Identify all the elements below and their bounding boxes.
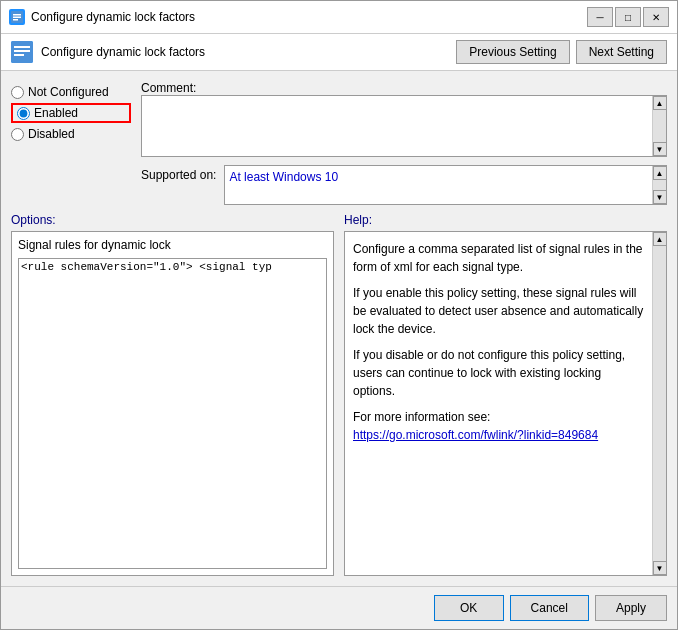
toolbar-buttons: Previous Setting Next Setting — [456, 40, 667, 64]
comment-input[interactable] — [142, 96, 652, 156]
disabled-radio[interactable] — [11, 128, 24, 141]
comment-scrollbar[interactable]: ▲ ▼ — [652, 96, 666, 156]
options-content: Signal rules for dynamic lock <rule sche… — [11, 231, 334, 576]
top-section: Not Configured Enabled Disabled Comment: — [11, 81, 667, 205]
svg-rect-3 — [13, 19, 18, 21]
window-icon — [9, 9, 25, 25]
options-textarea[interactable]: <rule schemaVersion="1.0"> <signal typ — [18, 258, 327, 569]
help-paragraph-2: If you enable this policy setting, these… — [353, 284, 644, 338]
supported-scroll-up[interactable]: ▲ — [653, 166, 667, 180]
toolbar: Configure dynamic lock factors Previous … — [1, 34, 677, 71]
bottom-buttons: OK Cancel Apply — [1, 586, 677, 629]
window-title: Configure dynamic lock factors — [31, 10, 581, 24]
minimize-button[interactable]: ─ — [587, 7, 613, 27]
maximize-button[interactable]: □ — [615, 7, 641, 27]
enabled-radio[interactable] — [17, 107, 30, 120]
not-configured-option[interactable]: Not Configured — [11, 85, 131, 99]
supported-scroll-down[interactable]: ▼ — [653, 190, 667, 204]
title-bar: Configure dynamic lock factors ─ □ ✕ — [1, 1, 677, 34]
close-button[interactable]: ✕ — [643, 7, 669, 27]
cancel-button[interactable]: Cancel — [510, 595, 589, 621]
disabled-option[interactable]: Disabled — [11, 127, 131, 141]
supported-label: Supported on: — [141, 165, 216, 182]
help-title: Help: — [344, 213, 667, 227]
help-paragraph-3: If you disable or do not configure this … — [353, 346, 644, 400]
help-scroll-down[interactable]: ▼ — [653, 561, 667, 575]
disabled-label: Disabled — [28, 127, 75, 141]
help-text-area: Configure a comma separated list of sign… — [345, 232, 652, 575]
help-scroll-track — [653, 246, 666, 561]
scroll-track — [653, 110, 666, 142]
toolbar-title: Configure dynamic lock factors — [41, 45, 448, 59]
help-scrollbar[interactable]: ▲ ▼ — [652, 232, 666, 575]
svg-rect-2 — [13, 17, 21, 19]
svg-rect-5 — [14, 46, 30, 48]
help-content: Configure a comma separated list of sign… — [344, 231, 667, 576]
previous-setting-button[interactable]: Previous Setting — [456, 40, 569, 64]
toolbar-icon — [11, 41, 33, 63]
svg-rect-1 — [13, 14, 21, 16]
scroll-down-arrow[interactable]: ▼ — [653, 142, 667, 156]
scroll-up-arrow[interactable]: ▲ — [653, 96, 667, 110]
options-title: Options: — [11, 213, 334, 227]
comment-box: ▲ ▼ — [141, 95, 667, 157]
help-paragraph-4: For more information see: https://go.mic… — [353, 408, 644, 444]
help-panel: Help: Configure a comma separated list o… — [344, 213, 667, 576]
supported-section: Supported on: At least Windows 10 ▲ ▼ — [141, 165, 667, 205]
supported-value: At least Windows 10 — [225, 166, 652, 204]
help-scroll-up[interactable]: ▲ — [653, 232, 667, 246]
options-help-section: Options: Signal rules for dynamic lock <… — [11, 213, 667, 576]
options-field-label: Signal rules for dynamic lock — [18, 238, 327, 252]
next-setting-button[interactable]: Next Setting — [576, 40, 667, 64]
comment-label: Comment: — [141, 81, 667, 95]
svg-rect-6 — [14, 50, 30, 52]
comment-section: Comment: ▲ ▼ — [141, 81, 667, 157]
not-configured-radio[interactable] — [11, 86, 24, 99]
main-window: Configure dynamic lock factors ─ □ ✕ Con… — [0, 0, 678, 630]
content-area: Not Configured Enabled Disabled Comment: — [1, 71, 677, 586]
svg-rect-7 — [14, 54, 24, 56]
help-paragraph-1: Configure a comma separated list of sign… — [353, 240, 644, 276]
not-configured-label: Not Configured — [28, 85, 109, 99]
supported-scroll-track — [653, 180, 666, 190]
enabled-option[interactable]: Enabled — [11, 103, 131, 123]
ok-button[interactable]: OK — [434, 595, 504, 621]
window-controls: ─ □ ✕ — [587, 7, 669, 27]
radio-group: Not Configured Enabled Disabled — [11, 81, 131, 205]
help-link[interactable]: https://go.microsoft.com/fwlink/?linkid=… — [353, 428, 598, 442]
options-panel: Options: Signal rules for dynamic lock <… — [11, 213, 334, 576]
enabled-label: Enabled — [34, 106, 78, 120]
supported-box: At least Windows 10 ▲ ▼ — [224, 165, 667, 205]
supported-scrollbar[interactable]: ▲ ▼ — [652, 166, 666, 204]
apply-button[interactable]: Apply — [595, 595, 667, 621]
